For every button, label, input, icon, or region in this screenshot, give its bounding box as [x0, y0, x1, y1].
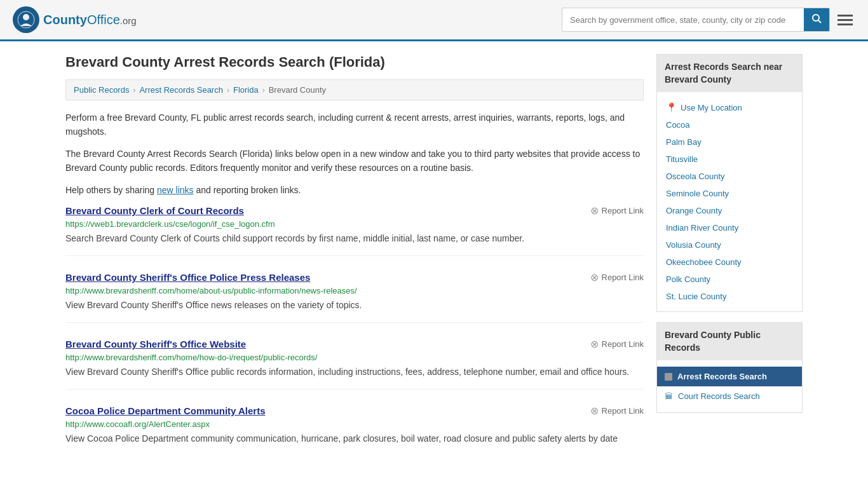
result-header-2: Brevard County Sheriff's Office Website … [65, 338, 644, 350]
logo-area: CountyOffice.org [13, 6, 137, 33]
result-desc-1: View Brevard County Sheriff's Office new… [65, 299, 644, 312]
public-records-box: Brevard County Public Records Arrest Rec… [656, 322, 803, 413]
logo-icon [13, 6, 39, 33]
description-para2: The Brevard County Arrest Records Search… [65, 147, 644, 175]
result-url-3: http://www.cocoafl.org/AlertCenter.aspx [65, 419, 644, 429]
result-item-0: Brevard County Clerk of Court Records ⊗ … [65, 205, 644, 256]
description-para1: Perform a free Brevard County, FL public… [65, 111, 644, 139]
result-url-2: http://www.brevardsheriff.com/home/how-d… [65, 353, 644, 362]
menu-icon-line3 [837, 24, 853, 25]
result-title-3[interactable]: Cocoa Police Department Community Alerts [65, 405, 266, 416]
nearby-content: 📍 Use My Location CocoaPalm BayTitusvill… [657, 92, 802, 311]
report-label-3: Report Link [602, 406, 644, 416]
court-records-icon: 🏛 [665, 391, 673, 401]
court-records-label: Court Records Search [678, 391, 760, 401]
breadcrumb-sep-2: › [227, 86, 229, 95]
result-title-1[interactable]: Brevard County Sheriff's Office Police P… [65, 272, 310, 283]
breadcrumb-public-records[interactable]: Public Records [74, 85, 129, 95]
page-title: Brevard County Arrest Records Search (Fl… [65, 54, 644, 71]
breadcrumb-arrest-records-search[interactable]: Arrest Records Search [139, 85, 223, 95]
result-url-0: https://vweb1.brevardclerk.us/cse/logon/… [65, 219, 644, 229]
sidebar: Arrest Records Search near Brevard Count… [656, 54, 803, 471]
result-title-0[interactable]: Brevard County Clerk of Court Records [65, 205, 244, 216]
new-links-link[interactable]: new links [157, 185, 194, 195]
search-box [562, 8, 830, 32]
search-button[interactable] [804, 8, 829, 31]
court-records-link[interactable]: 🏛 Court Records Search [657, 386, 802, 406]
nearby-link-5[interactable]: Orange County [657, 202, 802, 219]
search-input[interactable] [562, 10, 804, 30]
public-records-title: Brevard County Public Records [657, 323, 802, 360]
nearby-links-list: CocoaPalm BayTitusvilleOsceola CountySem… [657, 116, 802, 305]
menu-button[interactable] [835, 12, 855, 28]
svg-point-2 [813, 15, 819, 21]
use-my-location[interactable]: 📍 Use My Location [657, 98, 802, 116]
nearby-link-2[interactable]: Titusville [657, 151, 802, 168]
report-link-1[interactable]: ⊗ Report Link [590, 271, 644, 283]
report-link-3[interactable]: ⊗ Report Link [590, 405, 644, 417]
result-header-0: Brevard County Clerk of Court Records ⊗ … [65, 205, 644, 217]
report-label-0: Report Link [602, 206, 644, 215]
results-container: Brevard County Clerk of Court Records ⊗ … [65, 205, 644, 456]
svg-line-3 [818, 20, 821, 23]
active-link-label: Arrest Records Search [677, 372, 767, 381]
nearby-link-3[interactable]: Osceola County [657, 168, 802, 185]
result-desc-2: View Brevard County Sheriff's Office pub… [65, 365, 644, 379]
breadcrumb-florida[interactable]: Florida [233, 85, 259, 95]
location-dot-icon: 📍 [666, 102, 677, 112]
search-area [562, 8, 855, 32]
result-desc-0: Search Brevard County Clerk of Courts ch… [65, 232, 644, 245]
result-desc-3: View Cocoa Police Department community c… [65, 432, 644, 445]
menu-icon-line2 [837, 19, 853, 21]
result-title-2[interactable]: Brevard County Sheriff's Office Website [65, 339, 246, 349]
report-link-0[interactable]: ⊗ Report Link [590, 205, 644, 217]
result-item-3: Cocoa Police Department Community Alerts… [65, 405, 644, 456]
result-item-2: Brevard County Sheriff's Office Website … [65, 338, 644, 390]
nearby-link-1[interactable]: Palm Bay [657, 133, 802, 151]
result-header-3: Cocoa Police Department Community Alerts… [65, 405, 644, 417]
breadcrumb-sep-3: › [262, 86, 265, 95]
description-para3-suffix: and reporting broken links. [194, 185, 301, 195]
nearby-link-4[interactable]: Seminole County [657, 185, 802, 202]
nearby-box: Arrest Records Search near Brevard Count… [656, 54, 803, 312]
nearby-link-7[interactable]: Volusia County [657, 236, 802, 254]
main-content: Brevard County Arrest Records Search (Fl… [65, 54, 644, 471]
result-header-1: Brevard County Sheriff's Office Police P… [65, 271, 644, 283]
public-records-content: Arrest Records Search 🏛 Court Records Se… [657, 360, 802, 412]
breadcrumb-sep-1: › [133, 86, 135, 95]
report-icon-2: ⊗ [590, 338, 599, 350]
nearby-link-0[interactable]: Cocoa [657, 116, 802, 133]
nearby-title: Arrest Records Search near Brevard Count… [657, 55, 802, 92]
breadcrumb: Public Records › Arrest Records Search ›… [65, 79, 644, 100]
nearby-link-8[interactable]: Okeechobee County [657, 254, 802, 271]
result-item-1: Brevard County Sheriff's Office Police P… [65, 271, 644, 323]
site-header: CountyOffice.org [0, 0, 868, 41]
report-icon-3: ⊗ [590, 405, 599, 417]
menu-icon-line1 [837, 15, 853, 17]
svg-point-1 [23, 14, 29, 20]
nearby-link-9[interactable]: Polk County [657, 271, 802, 288]
result-url-1: http://www.brevardsheriff.com/home/about… [65, 286, 644, 295]
breadcrumb-brevard-county: Brevard County [269, 85, 326, 95]
report-link-2[interactable]: ⊗ Report Link [590, 338, 644, 350]
report-icon-1: ⊗ [590, 271, 599, 283]
description-para3-prefix: Help others by sharing [65, 185, 157, 195]
description-para3: Help others by sharing new links and rep… [65, 183, 644, 197]
report-label-2: Report Link [602, 339, 644, 349]
use-my-location-label: Use My Location [681, 103, 742, 112]
logo-text: CountyOffice.org [43, 13, 137, 27]
report-label-1: Report Link [602, 273, 644, 282]
active-link-icon [665, 373, 672, 381]
active-arrest-records-link[interactable]: Arrest Records Search [657, 367, 802, 386]
nearby-link-10[interactable]: St. Lucie County [657, 288, 802, 305]
report-icon-0: ⊗ [590, 205, 599, 217]
nearby-link-6[interactable]: Indian River County [657, 219, 802, 236]
main-container: Brevard County Arrest Records Search (Fl… [53, 41, 815, 484]
